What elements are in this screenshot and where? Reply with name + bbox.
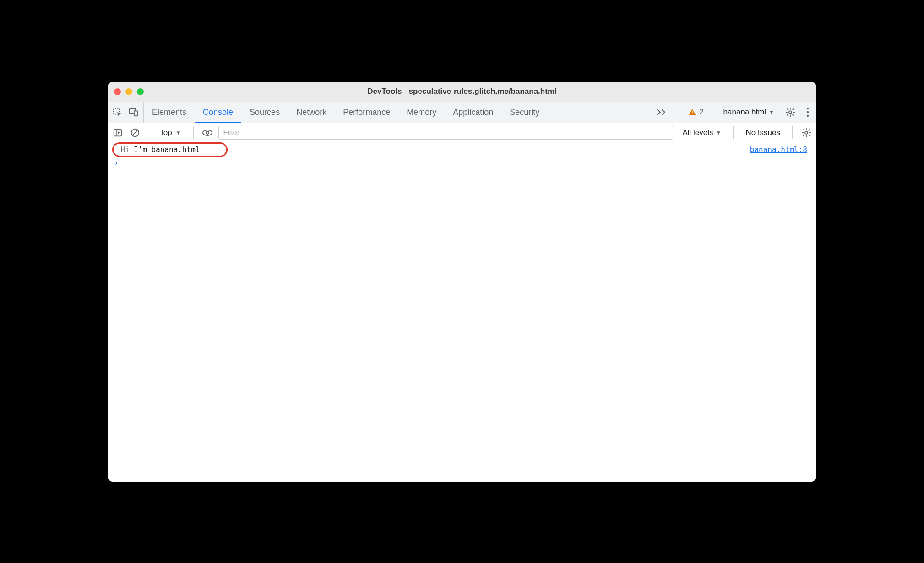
traffic-lights — [108, 88, 144, 95]
tabsbar-right: 2 banana.html ▼ — [652, 102, 816, 123]
svg-rect-3 — [692, 111, 693, 114]
log-text: Hi I'm banana.html — [120, 145, 200, 154]
svg-point-5 — [789, 111, 792, 114]
console-log-message: Hi I'm banana.html — [120, 145, 200, 154]
separator — [149, 126, 149, 139]
target-label: banana.html — [723, 108, 766, 117]
separator — [792, 126, 793, 139]
minimize-window-button[interactable] — [125, 88, 132, 95]
titlebar: DevTools - speculative-rules.glitch.me/b… — [108, 82, 816, 102]
devtools-tabsbar: Elements Console Sources Network Perform… — [108, 102, 816, 123]
tab-label: Console — [203, 108, 233, 117]
devtools-tabs: Elements Console Sources Network Perform… — [144, 102, 548, 123]
warnings-count: 2 — [699, 108, 703, 117]
tab-performance[interactable]: Performance — [335, 102, 398, 123]
tab-memory[interactable]: Memory — [398, 102, 445, 123]
svg-rect-4 — [692, 114, 693, 114]
close-window-button[interactable] — [114, 88, 121, 95]
prompt-chevron-icon: › — [114, 158, 119, 167]
tab-label: Network — [296, 108, 326, 117]
more-tabs-icon[interactable] — [652, 108, 672, 116]
svg-point-6 — [807, 108, 809, 109]
clear-console-icon[interactable] — [129, 126, 141, 139]
console-toolbar: top ▼ All levels ▼ No Issues — [108, 123, 816, 143]
log-levels-selector[interactable]: All levels ▼ — [678, 128, 726, 137]
tab-label: Security — [510, 108, 539, 117]
window-title: DevTools - speculative-rules.glitch.me/b… — [108, 87, 816, 96]
context-selector[interactable]: top ▼ — [157, 128, 186, 137]
separator — [713, 106, 713, 119]
tab-label: Elements — [152, 108, 186, 117]
svg-point-8 — [807, 115, 809, 117]
tab-label: Performance — [343, 108, 390, 117]
svg-point-7 — [807, 111, 809, 113]
tab-sources[interactable]: Sources — [241, 102, 288, 123]
inspect-element-icon[interactable] — [112, 107, 122, 117]
tabsbar-left-tools — [108, 102, 144, 123]
console-output: Hi I'm banana.html banana.html:8 › — [108, 143, 816, 482]
tab-elements[interactable]: Elements — [144, 102, 195, 123]
live-expression-icon[interactable] — [201, 126, 214, 139]
svg-point-14 — [206, 131, 209, 134]
target-selector[interactable]: banana.html ▼ — [720, 108, 778, 117]
issues-indicator[interactable]: No Issues — [741, 128, 785, 137]
devtools-window: DevTools - speculative-rules.glitch.me/b… — [108, 82, 816, 482]
console-settings-icon[interactable] — [800, 126, 813, 139]
separator — [679, 106, 679, 119]
warning-icon — [688, 108, 696, 116]
tab-network[interactable]: Network — [288, 102, 335, 123]
console-prompt[interactable]: › — [108, 155, 816, 167]
svg-line-12 — [133, 130, 138, 135]
svg-rect-9 — [114, 130, 122, 136]
filter-input[interactable] — [218, 126, 674, 140]
tab-label: Sources — [250, 108, 280, 117]
warnings-indicator[interactable]: 2 — [685, 108, 706, 117]
context-label: top — [161, 128, 172, 137]
chevron-down-icon: ▼ — [769, 109, 774, 115]
tab-console[interactable]: Console — [195, 102, 241, 123]
levels-label: All levels — [682, 128, 713, 137]
zoom-window-button[interactable] — [137, 88, 144, 95]
issues-label: No Issues — [745, 128, 780, 137]
kebab-menu-icon[interactable] — [803, 107, 813, 117]
settings-icon[interactable] — [782, 107, 799, 117]
svg-point-15 — [805, 131, 808, 134]
tab-label: Memory — [407, 108, 436, 117]
toggle-sidebar-icon[interactable] — [111, 126, 124, 139]
device-toggle-icon[interactable] — [129, 107, 139, 117]
console-log-row: Hi I'm banana.html banana.html:8 — [108, 143, 816, 155]
separator — [733, 126, 734, 139]
separator — [193, 126, 194, 139]
tab-application[interactable]: Application — [445, 102, 501, 123]
svg-point-13 — [203, 130, 212, 135]
tab-label: Application — [453, 108, 493, 117]
chevron-down-icon: ▼ — [716, 130, 722, 136]
console-log-source-link[interactable]: banana.html:8 — [750, 145, 810, 154]
tab-security[interactable]: Security — [501, 102, 548, 123]
svg-rect-2 — [134, 111, 137, 116]
chevron-down-icon: ▼ — [176, 130, 181, 136]
